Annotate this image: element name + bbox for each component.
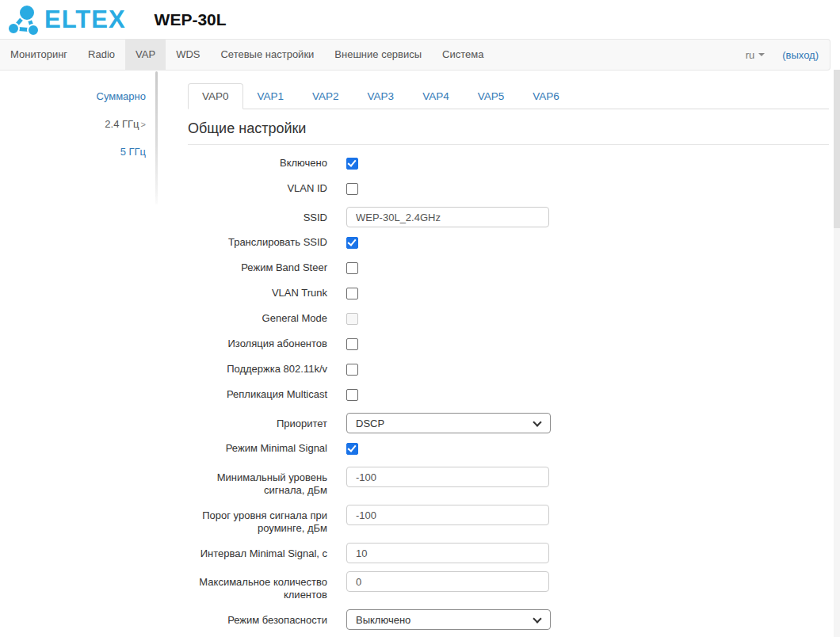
multicast-replication-control bbox=[346, 387, 358, 401]
tab-vap5[interactable]: VAP5 bbox=[464, 83, 519, 109]
minimal-signal-level-input[interactable] bbox=[346, 467, 549, 487]
minimal-signal-interval-label: Интервал Minimal Signal, с bbox=[188, 543, 327, 560]
broadcast-ssid-checkbox[interactable] bbox=[346, 237, 358, 249]
header: ELTEX WEP-30L bbox=[0, 0, 840, 39]
form-row-enabled: Включено bbox=[188, 156, 829, 170]
nav-item-vap[interactable]: VAP bbox=[125, 40, 166, 70]
minimal-signal-mode-label: Режим Minimal Signal bbox=[188, 441, 327, 455]
form-row-broadcast-ssid: Транслировать SSID bbox=[188, 235, 829, 249]
multicast-replication-label: Репликация Multicast bbox=[188, 387, 327, 401]
sidebar-divider bbox=[155, 71, 158, 204]
language-label: ru bbox=[746, 49, 755, 61]
station-isolation-label: Изоляция абонентов bbox=[188, 337, 327, 350]
band-steer-checkbox[interactable] bbox=[346, 262, 358, 274]
form-row-vlan-trunk: VLAN Trunk bbox=[188, 286, 829, 299]
chevron-down-icon bbox=[533, 418, 541, 426]
nav-right: ru (выход) bbox=[746, 40, 819, 70]
sidebar: Суммарно2.4 ГГц>5 ГГц bbox=[0, 71, 155, 637]
settings-form: ВключеноVLAN IDSSIDТранслировать SSIDРеж… bbox=[188, 156, 829, 637]
tab-vap1[interactable]: VAP1 bbox=[243, 83, 299, 109]
nav-item-radio[interactable]: Radio bbox=[78, 40, 125, 70]
form-row-vlan-id: VLAN ID bbox=[188, 181, 829, 195]
max-clients-input[interactable] bbox=[346, 571, 549, 592]
priority-select-value: DSCP bbox=[356, 418, 384, 429]
eltex-logo-text: ELTEX bbox=[44, 7, 126, 32]
enabled-control bbox=[346, 156, 358, 170]
vlan-trunk-label: VLAN Trunk bbox=[188, 286, 327, 299]
main-navbar: МониторингRadioVAPWDSСетевые настройкиВн… bbox=[0, 39, 830, 71]
vap-tabs: VAP0VAP1VAP2VAP3VAP4VAP5VAP6 bbox=[188, 83, 829, 109]
caret-down-icon bbox=[758, 53, 765, 56]
tab-vap2[interactable]: VAP2 bbox=[298, 83, 353, 109]
priority-select[interactable]: DSCP bbox=[346, 413, 551, 433]
sidebar-item-label: 5 ГГц bbox=[120, 146, 146, 158]
sidebar-item-label: Суммарно bbox=[97, 90, 147, 102]
tab-vap3[interactable]: VAP3 bbox=[353, 83, 409, 109]
support-80211kv-label: Поддержка 802.11k/v bbox=[188, 362, 327, 376]
max-clients-control bbox=[346, 571, 549, 592]
nav-items: МониторингRadioVAPWDSСетевые настройкиВн… bbox=[0, 40, 494, 70]
roaming-signal-threshold-input[interactable] bbox=[346, 505, 549, 525]
language-dropdown[interactable]: ru bbox=[746, 49, 766, 61]
vlan-trunk-control bbox=[346, 286, 358, 299]
form-row-band-steer: Режим Band Steer bbox=[188, 261, 829, 274]
minimal-signal-mode-checkbox[interactable] bbox=[346, 443, 358, 455]
station-isolation-control bbox=[346, 337, 358, 350]
enabled-label: Включено bbox=[188, 156, 327, 170]
enabled-checkbox[interactable] bbox=[346, 158, 358, 170]
sidebar-item-summary[interactable]: Суммарно bbox=[0, 89, 146, 105]
broadcast-ssid-control bbox=[346, 235, 358, 249]
form-row-general-mode: General Mode bbox=[188, 311, 829, 325]
sidebar-item-label: 2.4 ГГц bbox=[105, 118, 139, 130]
chevron-down-icon bbox=[533, 614, 541, 623]
ssid-label: SSID bbox=[188, 207, 327, 224]
nav-item-network-settings[interactable]: Сетевые настройки bbox=[210, 40, 324, 70]
scrollbar[interactable] bbox=[834, 70, 840, 637]
form-row-station-isolation: Изоляция абонентов bbox=[188, 337, 829, 350]
vlan-id-label: VLAN ID bbox=[188, 181, 327, 195]
form-row-priority: ПриоритетDSCP bbox=[188, 413, 829, 433]
logout-link[interactable]: (выход) bbox=[782, 49, 819, 61]
minimal-signal-interval-input[interactable] bbox=[346, 543, 549, 563]
form-row-minimal-signal-level: Минимальный уровень сигнала, дБм bbox=[188, 467, 829, 497]
sidebar-item-2-4-ghz[interactable]: 2.4 ГГц> bbox=[0, 116, 146, 132]
nav-item-external-services[interactable]: Внешние сервисы bbox=[324, 40, 432, 70]
tab-vap6[interactable]: VAP6 bbox=[518, 83, 574, 109]
minimal-signal-mode-control bbox=[346, 441, 358, 455]
minimal-signal-interval-control bbox=[346, 543, 549, 563]
form-row-multicast-replication: Репликация Multicast bbox=[188, 387, 829, 401]
roaming-signal-threshold-label: Порог уровня сигнала при роуминге, дБм bbox=[188, 505, 327, 535]
vlan-trunk-checkbox[interactable] bbox=[346, 288, 358, 299]
general-mode-label: General Mode bbox=[188, 311, 327, 325]
vlan-id-checkbox[interactable] bbox=[346, 183, 358, 195]
general-mode-checkbox bbox=[346, 313, 358, 325]
tab-vap4[interactable]: VAP4 bbox=[408, 83, 464, 109]
main-panel: VAP0VAP1VAP2VAP3VAP4VAP5VAP6 Общие настр… bbox=[188, 71, 829, 637]
minimal-signal-level-label: Минимальный уровень сигнала, дБм bbox=[188, 467, 327, 497]
scrollbar-thumb[interactable] bbox=[834, 70, 840, 228]
band-steer-label: Режим Band Steer bbox=[188, 261, 327, 274]
ssid-control bbox=[346, 207, 549, 227]
station-isolation-checkbox[interactable] bbox=[346, 338, 358, 350]
priority-control: DSCP bbox=[346, 413, 551, 433]
form-row-security-mode: Режим безопасностиВыключено bbox=[188, 609, 829, 630]
nav-item-wds[interactable]: WDS bbox=[166, 40, 210, 70]
support-80211kv-checkbox[interactable] bbox=[346, 364, 358, 376]
eltex-logo[interactable]: ELTEX bbox=[6, 4, 126, 36]
multicast-replication-checkbox[interactable] bbox=[346, 389, 358, 401]
security-mode-select[interactable]: Выключено bbox=[346, 609, 551, 630]
ssid-input[interactable] bbox=[346, 207, 549, 227]
security-mode-control: Выключено bbox=[346, 609, 551, 630]
tab-vap0[interactable]: VAP0 bbox=[188, 83, 243, 109]
content: Суммарно2.4 ГГц>5 ГГц VAP0VAP1VAP2VAP3VA… bbox=[0, 71, 840, 637]
nav-item-monitoring[interactable]: Мониторинг bbox=[0, 40, 78, 70]
roaming-signal-threshold-control bbox=[346, 505, 549, 525]
nav-item-system[interactable]: Система bbox=[432, 40, 494, 70]
form-row-minimal-signal-interval: Интервал Minimal Signal, с bbox=[188, 543, 829, 563]
sidebar-item-5-ghz[interactable]: 5 ГГц bbox=[0, 144, 146, 160]
form-row-ssid: SSID bbox=[188, 207, 829, 227]
chevron-right-icon: > bbox=[141, 120, 146, 129]
band-steer-control bbox=[346, 261, 358, 274]
form-row-support-80211kv: Поддержка 802.11k/v bbox=[188, 362, 829, 376]
form-row-minimal-signal-mode: Режим Minimal Signal bbox=[188, 441, 829, 455]
